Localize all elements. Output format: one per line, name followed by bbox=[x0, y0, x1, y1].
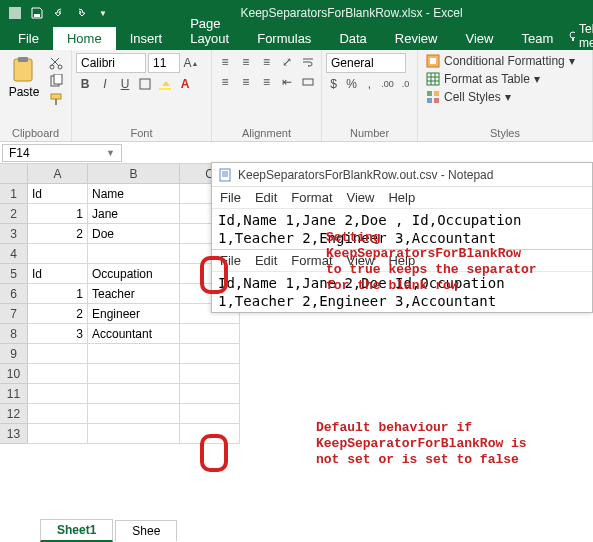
row-head[interactable]: 3 bbox=[0, 224, 28, 244]
tab-file[interactable]: File bbox=[4, 27, 53, 50]
merge-icon[interactable] bbox=[299, 73, 317, 91]
cell[interactable] bbox=[28, 404, 88, 424]
format-painter-icon[interactable] bbox=[47, 91, 65, 107]
cell[interactable] bbox=[88, 424, 180, 444]
tab-formulas[interactable]: Formulas bbox=[243, 27, 325, 50]
currency-icon[interactable]: $ bbox=[326, 75, 341, 93]
np-menu-format[interactable]: Format bbox=[291, 190, 332, 205]
cell[interactable] bbox=[28, 424, 88, 444]
row-head[interactable]: 12 bbox=[0, 404, 28, 424]
font-size-select[interactable] bbox=[148, 53, 180, 73]
cell[interactable] bbox=[180, 404, 240, 424]
fill-color-icon[interactable] bbox=[156, 75, 174, 93]
qat-dropdown-icon[interactable]: ▼ bbox=[92, 2, 114, 24]
row-head[interactable]: 10 bbox=[0, 364, 28, 384]
cell[interactable]: Id bbox=[28, 184, 88, 204]
cell[interactable] bbox=[88, 364, 180, 384]
increase-decimal-icon[interactable]: .00 bbox=[380, 75, 395, 93]
save-icon[interactable] bbox=[26, 2, 48, 24]
tab-team[interactable]: Team bbox=[507, 27, 567, 50]
decrease-decimal-icon[interactable]: .0 bbox=[398, 75, 413, 93]
font-name-select[interactable] bbox=[76, 53, 146, 73]
np-menu2-edit[interactable]: Edit bbox=[255, 253, 277, 268]
underline-button[interactable]: U bbox=[116, 75, 134, 93]
align-center-icon[interactable]: ≡ bbox=[237, 73, 255, 91]
np-menu-view[interactable]: View bbox=[347, 190, 375, 205]
tab-view[interactable]: View bbox=[451, 27, 507, 50]
row-head[interactable]: 13 bbox=[0, 424, 28, 444]
align-top-icon[interactable]: ≡ bbox=[216, 53, 234, 71]
col-head-b[interactable]: B bbox=[88, 164, 180, 184]
cell[interactable]: 2 bbox=[28, 224, 88, 244]
cell[interactable] bbox=[180, 344, 240, 364]
percent-icon[interactable]: % bbox=[344, 75, 359, 93]
bold-button[interactable]: B bbox=[76, 75, 94, 93]
cell-styles-button[interactable]: Cell Styles ▾ bbox=[422, 89, 588, 105]
increase-font-icon[interactable]: A▲ bbox=[182, 54, 200, 72]
redo-icon[interactable] bbox=[70, 2, 92, 24]
name-box[interactable]: F14 ▼ bbox=[2, 144, 122, 162]
copy-icon[interactable] bbox=[47, 73, 65, 89]
row-head[interactable]: 11 bbox=[0, 384, 28, 404]
cell[interactable] bbox=[180, 364, 240, 384]
conditional-formatting-button[interactable]: Conditional Formatting ▾ bbox=[422, 53, 588, 69]
row-head[interactable]: 4 bbox=[0, 244, 28, 264]
np-menu-edit[interactable]: Edit bbox=[255, 190, 277, 205]
align-right-icon[interactable]: ≡ bbox=[258, 73, 276, 91]
align-left-icon[interactable]: ≡ bbox=[216, 73, 234, 91]
italic-button[interactable]: I bbox=[96, 75, 114, 93]
cell[interactable] bbox=[28, 244, 88, 264]
cell[interactable]: Accountant bbox=[88, 324, 180, 344]
cell[interactable]: Id bbox=[28, 264, 88, 284]
orientation-icon[interactable]: ⤢ bbox=[278, 53, 296, 71]
cell[interactable]: Engineer bbox=[88, 304, 180, 324]
cell[interactable] bbox=[88, 404, 180, 424]
indent-dec-icon[interactable]: ⇤ bbox=[278, 73, 296, 91]
cell[interactable]: 1 bbox=[28, 204, 88, 224]
tab-insert[interactable]: Insert bbox=[116, 27, 177, 50]
cell[interactable] bbox=[88, 344, 180, 364]
align-bottom-icon[interactable]: ≡ bbox=[258, 53, 276, 71]
row-head[interactable]: 5 bbox=[0, 264, 28, 284]
tab-data[interactable]: Data bbox=[325, 27, 380, 50]
cell[interactable] bbox=[28, 384, 88, 404]
comma-icon[interactable]: , bbox=[362, 75, 377, 93]
tab-home[interactable]: Home bbox=[53, 27, 116, 50]
row-head[interactable]: 6 bbox=[0, 284, 28, 304]
paste-button[interactable]: Paste bbox=[4, 53, 44, 107]
tell-me[interactable]: Tell me... bbox=[567, 22, 593, 50]
select-all-corner[interactable] bbox=[0, 164, 28, 184]
row-head[interactable]: 8 bbox=[0, 324, 28, 344]
cell[interactable] bbox=[180, 324, 240, 344]
row-head[interactable]: 2 bbox=[0, 204, 28, 224]
format-as-table-button[interactable]: Format as Table ▾ bbox=[422, 71, 588, 87]
cut-icon[interactable] bbox=[47, 55, 65, 71]
cell[interactable]: Doe bbox=[88, 224, 180, 244]
cell[interactable] bbox=[28, 364, 88, 384]
align-middle-icon[interactable]: ≡ bbox=[237, 53, 255, 71]
row-head[interactable]: 7 bbox=[0, 304, 28, 324]
sheet-tab-2[interactable]: Shee bbox=[115, 520, 177, 541]
wrap-text-icon[interactable] bbox=[299, 53, 317, 71]
cell[interactable]: 3 bbox=[28, 324, 88, 344]
border-icon[interactable] bbox=[136, 75, 154, 93]
cell[interactable]: Jane bbox=[88, 204, 180, 224]
undo-icon[interactable] bbox=[48, 2, 70, 24]
tab-pagelayout[interactable]: Page Layout bbox=[176, 12, 243, 50]
sheet-tab-1[interactable]: Sheet1 bbox=[40, 519, 113, 542]
row-head[interactable]: 1 bbox=[0, 184, 28, 204]
cell[interactable]: Teacher bbox=[88, 284, 180, 304]
tab-review[interactable]: Review bbox=[381, 27, 452, 50]
np-menu-help[interactable]: Help bbox=[388, 190, 415, 205]
cell[interactable] bbox=[28, 344, 88, 364]
font-color-icon[interactable]: A bbox=[176, 75, 194, 93]
cell[interactable]: Occupation bbox=[88, 264, 180, 284]
cell[interactable] bbox=[88, 244, 180, 264]
col-head-a[interactable]: A bbox=[28, 164, 88, 184]
row-head[interactable]: 9 bbox=[0, 344, 28, 364]
np-menu-file[interactable]: File bbox=[220, 190, 241, 205]
cell[interactable] bbox=[180, 384, 240, 404]
cell[interactable]: 1 bbox=[28, 284, 88, 304]
cell[interactable]: Name bbox=[88, 184, 180, 204]
number-format-select[interactable] bbox=[326, 53, 406, 73]
